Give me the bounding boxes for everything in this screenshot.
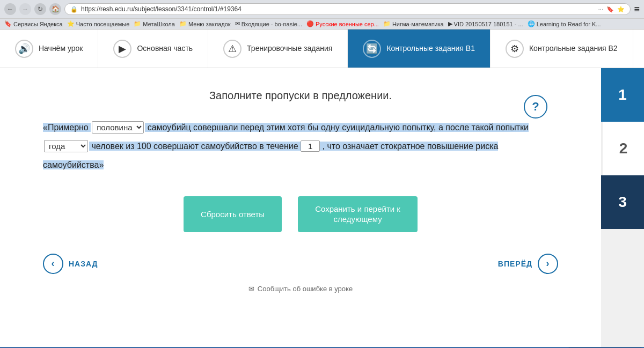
menu-icon[interactable]: ≡ <box>634 4 640 15</box>
save-button[interactable]: Сохранить и перейти кследующему <box>298 196 418 232</box>
question-title: Заполните пропуски в предложении. <box>43 90 558 102</box>
reset-button[interactable]: Сбросить ответы <box>184 196 282 232</box>
tab-main[interactable]: ▶ Основная часть <box>98 29 208 68</box>
tab-control-b2-label: Контрольные задания В2 <box>529 44 618 53</box>
bookmark-nigma[interactable]: 📁 Нигма-математика <box>383 20 444 27</box>
forward-nav[interactable]: ВПЕРЁД › <box>498 254 558 274</box>
sidebar-num-2[interactable]: 2 <box>601 122 644 175</box>
fill-text: «Примерно половина треть четверть самоуб… <box>43 118 558 175</box>
tab-start[interactable]: 🔊 Начнём урок <box>0 29 98 68</box>
tab-main-label: Основная часть <box>137 44 193 53</box>
home-button[interactable]: 🏠 <box>49 3 61 15</box>
bookmark-mail[interactable]: ✉ Входящие - bo-nasie... <box>235 20 302 27</box>
sidebar-numbers: 1 2 3 <box>601 68 644 347</box>
speaker-icon: 🔊 <box>15 40 33 58</box>
bookmark-frequent[interactable]: ⭐ Часто посещаемые <box>67 20 130 27</box>
report-error[interactable]: ✉ Сообщить об ошибке в уроке <box>43 285 558 293</box>
tab-practice-label: Тренировочные задания <box>247 44 332 53</box>
text-middle-1: самоубийц совершали перед этим хотя бы о… <box>145 123 529 132</box>
sidebar-num-3[interactable]: 3 <box>601 175 644 229</box>
control-b2-icon: ⚙ <box>506 40 524 58</box>
number-input[interactable] <box>301 140 320 152</box>
tab-control-b1-label: Контрольные задания В1 <box>386 44 475 53</box>
content-area: Заполните пропуски в предложении. ? «При… <box>0 68 601 347</box>
bookmark-vid[interactable]: ▶ VID 20150517 180151 - ... <box>448 20 523 27</box>
bookmarks-bar: 🔖 Сервисы Яндекса ⭐ Часто посещаемые 📁 М… <box>0 18 644 29</box>
help-button[interactable]: ? <box>524 95 547 119</box>
tab-control-b2[interactable]: ⚙ Контрольные задания В2 <box>491 29 633 68</box>
reload-button[interactable]: ↻ <box>34 3 46 15</box>
text-middle-2: человек из 100 совершают самоубийство в … <box>89 142 301 151</box>
back-circle: ‹ <box>43 254 63 274</box>
forward-circle: › <box>538 254 558 274</box>
play-icon: ▶ <box>113 40 131 58</box>
warning-icon: ⚠ <box>223 40 241 58</box>
back-label: НАЗАД <box>69 260 98 268</box>
address-bar[interactable]: 🔒 https://resh.edu.ru/subject/lesson/334… <box>64 3 631 15</box>
back-nav[interactable]: ‹ НАЗАД <box>43 254 98 274</box>
tab-practice[interactable]: ⚠ Тренировочные задания <box>208 29 348 68</box>
browser-chrome: ← → ↻ 🏠 🔒 https://resh.edu.ru/subject/le… <box>0 0 644 29</box>
tab-control-b1[interactable]: 🔄 Контрольные задания В1 <box>348 29 491 68</box>
bookmark-metashkola[interactable]: 📁 МетаШкола <box>134 20 175 27</box>
back-button[interactable]: ← <box>4 3 16 15</box>
url-text: https://resh.edu.ru/subject/lesson/3341/… <box>81 5 595 13</box>
text-prefix: «Примерно <box>43 123 91 132</box>
forward-button[interactable]: → <box>19 3 31 15</box>
control-b1-icon: 🔄 <box>363 40 381 58</box>
bookmark-learning[interactable]: 🌐 Learning to Read for K... <box>528 20 601 27</box>
forward-label: ВПЕРЁД <box>498 260 532 268</box>
bookmark-russian[interactable]: 🔴 Русские военные сер... <box>306 20 379 27</box>
dropdown-half[interactable]: половина треть четверть <box>92 121 144 134</box>
report-label: Сообщить об ошибке в уроке <box>258 285 353 293</box>
site-nav: 🔊 Начнём урок ▶ Основная часть ⚠ Трениро… <box>0 29 644 68</box>
main-wrapper: Заполните пропуски в предложении. ? «При… <box>0 68 644 347</box>
browser-toolbar: ← → ↻ 🏠 🔒 https://resh.edu.ru/subject/le… <box>0 0 644 18</box>
mail-icon: ✉ <box>248 285 254 293</box>
tab-start-label: Начнём урок <box>39 44 83 53</box>
button-row: Сбросить ответы Сохранить и перейти ксле… <box>43 196 558 232</box>
sidebar-num-1[interactable]: 1 <box>601 68 644 122</box>
bottom-navigation: ‹ НАЗАД ВПЕРЁД › <box>43 248 558 279</box>
bookmark-menu[interactable]: 📁 Меню закладок <box>179 20 231 27</box>
dropdown-year[interactable]: года месяца недели <box>44 140 88 152</box>
bookmark-yandex[interactable]: 🔖 Сервисы Яндекса <box>4 20 63 27</box>
